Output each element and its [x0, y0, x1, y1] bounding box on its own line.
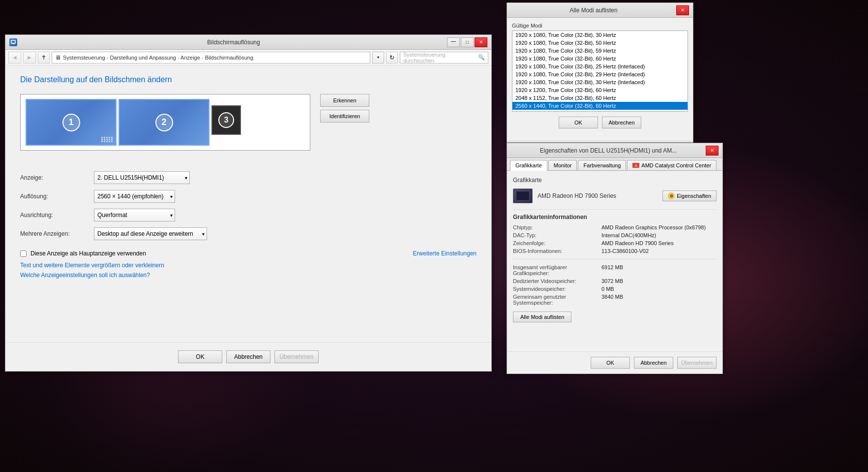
eigensch-title-bar: Eigenschaften von DELL U2515H(HDMI1) und… — [507, 143, 722, 158]
modi-abbrechen-button[interactable]: Abbrechen — [602, 117, 641, 128]
eigensch-abbrechen-button[interactable]: Abbrechen — [634, 357, 673, 369]
tab-label-2: Farbverwaltung — [583, 162, 621, 168]
modi-title-bar: Alle Modi auflisten ✕ — [507, 3, 693, 18]
modi-item-3[interactable]: 1920 x 1080, True Color (32-Bit), 60 Her… — [512, 55, 688, 63]
grid-icon-1 — [101, 137, 113, 142]
modi-item-0[interactable]: 1920 x 1080, True Color (32-Bit), 30 Her… — [512, 31, 688, 39]
mehrere-select[interactable]: Desktop auf diese Anzeige erweitern — [94, 227, 207, 240]
modi-close-button[interactable]: ✕ — [676, 5, 689, 15]
eigensch-window-controls: ✕ — [706, 146, 718, 156]
info-label-2: Zeichenfolge: — [513, 239, 601, 247]
close-button[interactable]: ✕ — [475, 37, 487, 47]
info-table: Chiptyp:AMD Radeon Graphics Processor (0… — [513, 223, 717, 255]
back-button[interactable]: ◀ — [8, 52, 21, 63]
modi-window: Alle Modi auflisten ✕ Gültige Modi 1920 … — [507, 2, 693, 143]
modi-ok-button[interactable]: OK — [559, 117, 598, 128]
modi-item-2[interactable]: 1920 x 1080, True Color (32-Bit), 59 Her… — [512, 47, 688, 55]
modi-list[interactable]: 1920 x 1080, True Color (32-Bit), 30 Her… — [512, 31, 688, 112]
search-bar: Systemsteuerung durchsuchen 🔍 — [400, 52, 488, 63]
aufloesung-select-wrapper: 2560 × 1440 (empfohlen) — [94, 190, 175, 203]
ausrichtung-select[interactable]: Querformat — [94, 209, 175, 221]
eigensch-content: Grafikkarte AMD Radeon HD 7900 Series ⚙ … — [507, 171, 722, 328]
svg-rect-0 — [11, 40, 15, 43]
anzeige-row: Anzeige: 2. DELL U2515H(HDMI1) — [20, 171, 477, 184]
tab-3[interactable]: AAMD Catalyst Control Center — [627, 160, 717, 170]
ausrichtung-label: Ausrichtung: — [20, 209, 94, 221]
info-label-3: BIOS-Informationen: — [513, 247, 601, 255]
monitor-buttons: Erkennen Identifizieren — [320, 94, 369, 123]
gpu-properties-button[interactable]: ⚙ Eigenschaften — [662, 190, 717, 201]
link-settings-help[interactable]: Welche Anzeigeeinstellungen soll ich aus… — [20, 272, 477, 279]
main-action-bar: OK Abbrechen Übernehmen — [5, 342, 491, 371]
mem-row-2: Systemvideospeicher:0 MB — [513, 285, 717, 293]
eigensch-ok-button[interactable]: OK — [591, 357, 630, 369]
mem-value-3: 3840 MB — [601, 293, 717, 307]
mem-row-0: Insgesamt verfügbarer Grafikspeicher:691… — [513, 263, 717, 277]
hauptanzeige-checkbox[interactable] — [20, 251, 27, 257]
aufloesung-select[interactable]: 2560 × 1440 (empfohlen) — [94, 190, 175, 203]
modi-item-8[interactable]: 2048 x 1152, True Color (32-Bit), 60 Her… — [512, 94, 688, 102]
modi-item-1[interactable]: 1920 x 1080, True Color (32-Bit), 50 Her… — [512, 39, 688, 47]
modi-title: Alle Modi auflisten — [511, 7, 676, 14]
identifizieren-button[interactable]: Identifizieren — [320, 110, 369, 123]
tab-2[interactable]: Farbverwaltung — [578, 160, 626, 170]
properties-label: Eigenschaften — [677, 193, 711, 199]
monitor-1[interactable]: 1 — [26, 99, 117, 146]
mem-row-1: Dedizierter Videospeicher:3072 MB — [513, 277, 717, 285]
info-row-2: Zeichenfolge:AMD Radeon HD 7900 Series — [513, 239, 717, 247]
alle-modi-button[interactable]: Alle Modi auflisten — [513, 312, 571, 322]
main-window-icon — [9, 38, 17, 46]
info-row-3: BIOS-Informationen:113-C3860100-V02 — [513, 247, 717, 255]
tab-0[interactable]: Grafikkarte — [510, 160, 547, 171]
modi-item-5[interactable]: 1920 x 1080, True Color (32-Bit), 29 Her… — [512, 70, 688, 78]
tab-label-0: Grafikkarte — [515, 162, 542, 168]
ausrichtung-select-wrapper: Querformat — [94, 209, 175, 221]
gpu-name: AMD Radeon HD 7900 Series — [538, 192, 616, 199]
forward-button[interactable]: ▶ — [23, 52, 36, 63]
link-text-size[interactable]: Text und weitere Elemente vergrößern ode… — [20, 262, 477, 269]
modi-item-9[interactable]: 2560 x 1440, True Color (32-Bit), 60 Her… — [512, 102, 688, 110]
anzeige-select[interactable]: 2. DELL U2515H(HDMI1) — [94, 171, 190, 184]
minimize-button[interactable]: ─ — [447, 37, 460, 47]
modi-list-label: Gültige Modi — [512, 23, 688, 29]
ausrichtung-row: Ausrichtung: Querformat — [20, 209, 477, 221]
ok-button[interactable]: OK — [178, 350, 222, 363]
grafikkarte-section-title: Grafikkarte — [513, 177, 717, 184]
modi-item-6[interactable]: 1920 x 1080, True Color (32-Bit), 30 Her… — [512, 78, 688, 86]
tab-label-1: Monitor — [554, 162, 572, 168]
mem-label-1: Dedizierter Videospeicher: — [513, 277, 601, 285]
eigensch-close-button[interactable]: ✕ — [706, 146, 718, 156]
settings-form: Anzeige: 2. DELL U2515H(HDMI1) Auflösung… — [20, 165, 477, 246]
breadcrumb-text: Systemsteuerung › Darstellung und Anpass… — [63, 55, 253, 61]
eigensch-window: Eigenschaften von DELL U2515H(HDMI1) und… — [507, 143, 723, 374]
mem-value-1: 3072 MB — [601, 277, 717, 285]
refresh-button[interactable]: ↻ — [386, 52, 398, 63]
abbrechen-button[interactable]: Abbrechen — [226, 350, 270, 363]
monitor-container: 1 2 3 — [20, 94, 310, 151]
modi-item-4[interactable]: 1920 x 1080, True Color (32-Bit), 25 Her… — [512, 63, 688, 70]
erweiterte-link[interactable]: Erweiterte Einstellungen — [413, 250, 477, 257]
erkennen-button[interactable]: Erkennen — [320, 94, 369, 107]
aufloesung-row: Auflösung: 2560 × 1440 (empfohlen) — [20, 190, 477, 203]
page-heading: Die Darstellung auf den Bildschmen änder… — [20, 75, 477, 84]
up-button[interactable] — [38, 52, 50, 63]
maximize-button[interactable]: □ — [461, 37, 474, 47]
tabs-bar: GrafikkarteMonitorFarbverwaltungAAMD Cat… — [507, 158, 722, 171]
monitor-2[interactable]: 2 — [119, 99, 210, 146]
memory-table: Insgesamt verfügbarer Grafikspeicher:691… — [513, 263, 717, 307]
modi-item-7[interactable]: 1920 x 1200, True Color (32-Bit), 60 Her… — [512, 86, 688, 94]
tab-1[interactable]: Monitor — [548, 160, 577, 170]
amd-logo-icon: A — [632, 163, 639, 168]
breadcrumb-dropdown[interactable]: ▾ — [372, 52, 384, 63]
hauptanzeige-label: Diese Anzeige als Hauptanzeige verwenden — [30, 250, 146, 257]
search-icon[interactable]: 🔍 — [478, 54, 485, 61]
main-window-title: Bildschirmauflösung — [20, 39, 447, 46]
mem-value-2: 0 MB — [601, 285, 717, 293]
monitor-3[interactable]: 3 — [211, 105, 241, 135]
eigensch-uebernehmen-button[interactable]: Übernehmen — [677, 357, 717, 369]
tab-label-3: AMD Catalyst Control Center — [641, 162, 711, 168]
uebernehmen-button[interactable]: Übernehmen — [274, 350, 319, 363]
info-label-1: DAC-Typ: — [513, 231, 601, 239]
nav-bar: ◀ ▶ 🖥 Systemsteuerung › Darstellung und … — [5, 50, 491, 65]
main-window-controls: ─ □ ✕ — [447, 37, 487, 47]
